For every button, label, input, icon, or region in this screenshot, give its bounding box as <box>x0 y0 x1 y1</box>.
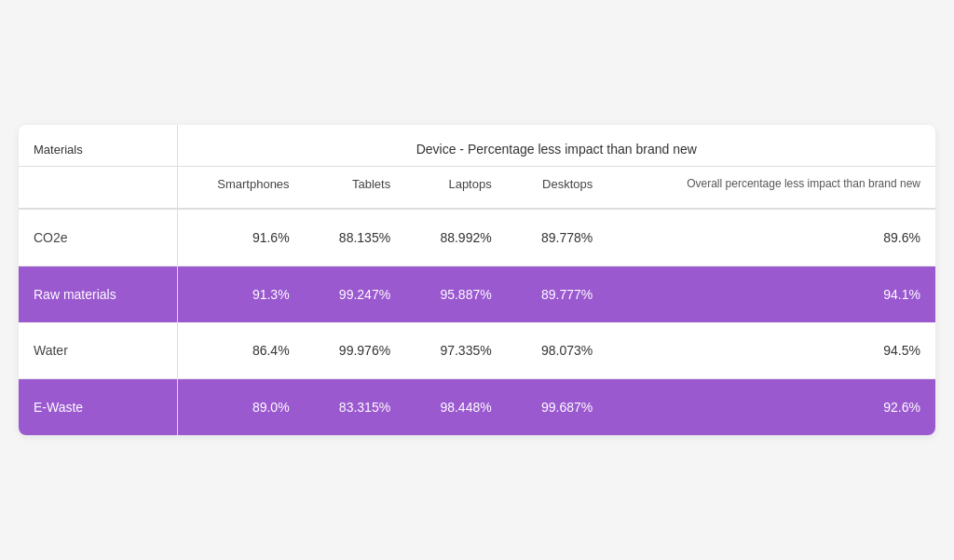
cell-overall: 94.1% <box>607 266 935 323</box>
cell-tablets: 83.315% <box>305 379 406 436</box>
header-row-top: Materials Device - Percentage less impac… <box>19 125 935 167</box>
cell-smartphones: 91.3% <box>177 266 305 323</box>
cell-overall: 92.6% <box>607 379 935 436</box>
cell-overall: 94.5% <box>607 322 935 379</box>
cell-laptops: 95.887% <box>405 266 507 323</box>
col-header-materials <box>19 166 177 209</box>
cell-overall: 89.6% <box>607 209 935 266</box>
table-body: CO2e91.6%88.135%88.992%89.778%89.6%Raw m… <box>19 209 935 435</box>
cell-tablets: 88.135% <box>305 209 406 266</box>
cell-laptops: 88.992% <box>405 209 507 266</box>
materials-header: Materials <box>19 125 177 167</box>
col-header-desktops: Desktops <box>507 166 608 209</box>
cell-laptops: 97.335% <box>405 322 507 379</box>
col-header-laptops: Laptops <box>405 166 507 209</box>
cell-tablets: 99.247% <box>305 266 406 323</box>
cell-material: CO2e <box>19 209 177 266</box>
cell-tablets: 99.976% <box>305 322 406 379</box>
table-row-raw-materials: Raw materials91.3%99.247%95.887%89.777%9… <box>19 266 935 323</box>
cell-material: Water <box>19 322 177 379</box>
cell-desktops: 89.778% <box>507 209 608 266</box>
cell-smartphones: 86.4% <box>177 322 305 379</box>
table-row-e-waste: E-Waste89.0%83.315%98.448%99.687%92.6% <box>19 379 935 436</box>
col-header-overall: Overall percentage less impact than bran… <box>607 166 935 209</box>
cell-material: Raw materials <box>19 266 177 323</box>
cell-desktops: 98.073% <box>507 322 608 379</box>
cell-smartphones: 91.6% <box>177 209 305 266</box>
cell-material: E-Waste <box>19 379 177 436</box>
col-header-tablets: Tablets <box>305 166 406 209</box>
table-row-co2e: CO2e91.6%88.135%88.992%89.778%89.6% <box>19 209 935 266</box>
col-header-smartphones: Smartphones <box>177 166 305 209</box>
cell-smartphones: 89.0% <box>177 379 305 436</box>
main-table-container: Materials Device - Percentage less impac… <box>19 125 935 436</box>
cell-laptops: 98.448% <box>405 379 507 436</box>
cell-desktops: 99.687% <box>507 379 608 436</box>
cell-desktops: 89.777% <box>507 266 608 323</box>
section-header: Device - Percentage less impact than bra… <box>177 125 935 167</box>
table-row-water: Water86.4%99.976%97.335%98.073%94.5% <box>19 322 935 379</box>
data-table: Materials Device - Percentage less impac… <box>19 125 935 436</box>
header-row-sub: Smartphones Tablets Laptops Desktops Ove… <box>19 166 935 209</box>
